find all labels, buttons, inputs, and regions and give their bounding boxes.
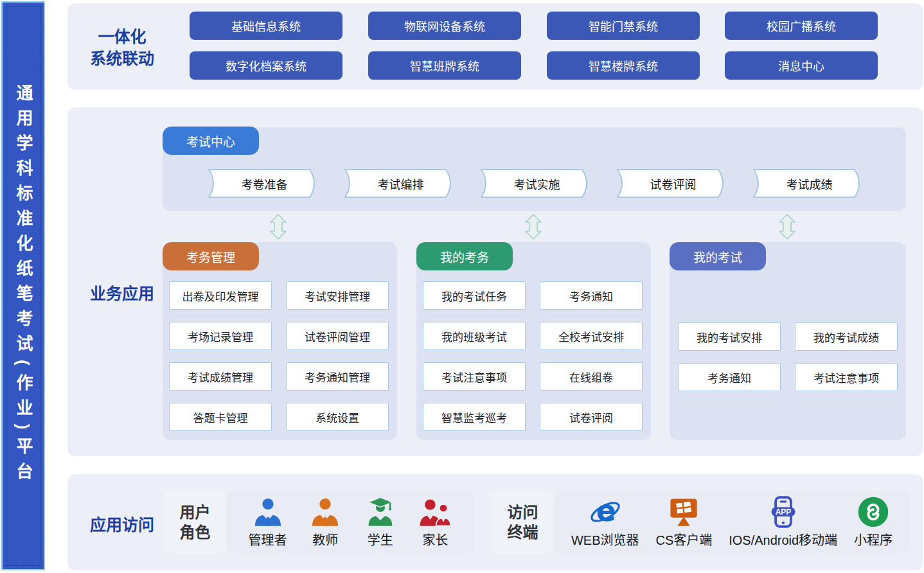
tab-my-exams[interactable]: 我的考试	[670, 242, 766, 270]
system-button-digital-archive[interactable]: 数字化档案系统	[190, 51, 342, 80]
terminals-panel: WEB浏览器 CS客户端 IOS/Android移动端 小程序	[555, 491, 909, 553]
integration-section-label: 一体化 系统联动	[74, 26, 170, 69]
role-parent[interactable]: 家长	[418, 495, 452, 549]
menu-item[interactable]: 系统设置	[286, 403, 389, 431]
teacher-person-icon	[308, 495, 342, 529]
terminal-label: CS客户端	[655, 530, 712, 549]
terminals-label: 访问 终端	[492, 491, 553, 553]
menu-item[interactable]: 智慧监考巡考	[423, 403, 526, 431]
role-label: 学生	[368, 530, 393, 549]
menu-item[interactable]: 在线组卷	[540, 362, 643, 391]
menu-item[interactable]: 我的考试任务	[423, 281, 526, 310]
role-label: 家长	[422, 530, 448, 549]
menu-item[interactable]: 我的考试安排	[678, 322, 781, 351]
business-section-label: 业务应用	[74, 283, 170, 304]
platform-title: 通用学科标准化纸笔考试(作业)平台	[15, 84, 31, 488]
menu-item[interactable]: 我的考试成绩	[795, 322, 898, 351]
menu-item[interactable]: 全校考试安排	[540, 322, 643, 350]
menu-item[interactable]: 考务通知	[678, 363, 781, 391]
terminal-label: WEB浏览器	[571, 530, 639, 549]
stage-exam-scheduling[interactable]: 考试编排	[343, 168, 456, 198]
terminal-label: IOS/Android移动端	[729, 530, 837, 549]
terminal-label: 小程序	[854, 530, 893, 549]
tab-exam-admin[interactable]: 考务管理	[163, 242, 259, 270]
terminal-cs-client[interactable]: CS客户端	[655, 495, 712, 549]
platform-diagram: 通用学科标准化纸笔考试(作业)平台 一体化 系统联动 基础信息系统 物联网设备系…	[0, 0, 924, 573]
system-button-basic-info[interactable]: 基础信息系统	[190, 12, 342, 40]
system-button-iot-device[interactable]: 物联网设备系统	[368, 12, 521, 40]
menu-item[interactable]: 试卷评阅管理	[286, 322, 389, 350]
menu-item[interactable]: 答题卡管理	[169, 403, 272, 431]
system-button-access-control[interactable]: 智能门禁系统	[547, 12, 700, 40]
menu-item[interactable]: 出卷及印发管理	[169, 281, 272, 310]
menu-item[interactable]: 考试注意事项	[795, 363, 898, 391]
stage-paper-review[interactable]: 试卷评阅	[616, 168, 728, 198]
mobile-app-icon	[767, 495, 800, 529]
role-label: 教师	[312, 530, 338, 549]
stage-exam-execution[interactable]: 考试实施	[479, 168, 592, 198]
user-roles-line2: 角色	[180, 522, 211, 542]
menu-item[interactable]: 考试注意事项	[423, 362, 526, 391]
admin-person-icon	[251, 495, 285, 529]
tab-exam-center[interactable]: 考试中心	[163, 127, 259, 155]
parents-icon	[418, 495, 452, 529]
role-label: 管理者	[249, 530, 287, 549]
menu-item[interactable]: 我的班级考试	[423, 322, 526, 350]
system-button-message-center[interactable]: 消息中心	[725, 51, 878, 80]
stage-exam-paper-prep[interactable]: 考卷准备	[207, 168, 319, 198]
ie-browser-icon	[589, 495, 622, 529]
user-roles-label: 用户 角色	[164, 491, 226, 553]
stage-label: 考试编排	[343, 168, 456, 198]
updown-arrow-icon	[525, 214, 542, 240]
student-graduate-icon	[364, 495, 397, 529]
stage-label: 考试成绩	[752, 168, 864, 198]
role-admin[interactable]: 管理者	[249, 495, 287, 549]
platform-sidebar: 通用学科标准化纸笔考试(作业)平台	[1, 1, 45, 570]
menu-item[interactable]: 考务通知	[540, 281, 643, 310]
system-button-broadcast[interactable]: 校园广播系统	[725, 12, 878, 40]
menu-item[interactable]: 考试安排管理	[286, 281, 389, 310]
system-button-class-board[interactable]: 智慧班牌系统	[368, 51, 521, 80]
stage-exam-results[interactable]: 考试成绩	[752, 168, 864, 198]
role-teacher[interactable]: 教师	[308, 495, 342, 549]
windows-desktop-icon	[667, 495, 700, 529]
user-roles-line1: 用户	[180, 502, 211, 522]
stage-label: 考试实施	[479, 168, 592, 198]
user-roles-panel: 管理者 教师 学生 家长	[227, 491, 474, 553]
role-student[interactable]: 学生	[364, 495, 397, 549]
menu-item[interactable]: 考场记录管理	[169, 322, 272, 350]
terminal-miniprogram[interactable]: 小程序	[854, 495, 893, 549]
miniprogram-icon	[857, 495, 890, 529]
menu-item[interactable]: 试卷评阅	[540, 403, 643, 431]
system-button-building-board[interactable]: 智慧楼牌系统	[547, 51, 700, 80]
terminals-line1: 访问	[508, 502, 538, 522]
terminal-mobile[interactable]: IOS/Android移动端	[729, 495, 837, 549]
menu-item[interactable]: 考务通知管理	[286, 362, 389, 391]
stage-label: 试卷评阅	[616, 168, 728, 198]
tab-my-affairs[interactable]: 我的考务	[416, 242, 513, 270]
updown-arrow-icon	[270, 214, 287, 240]
terminal-web-browser[interactable]: WEB浏览器	[571, 495, 639, 549]
stage-label: 考卷准备	[207, 168, 319, 198]
access-section-label: 应用访问	[74, 514, 170, 536]
integration-label-line1: 一体化	[74, 26, 170, 48]
terminals-line2: 终端	[508, 522, 538, 542]
updown-arrow-icon	[779, 214, 795, 240]
menu-item[interactable]: 考试成绩管理	[169, 362, 272, 391]
integration-label-line2: 系统联动	[74, 48, 170, 69]
